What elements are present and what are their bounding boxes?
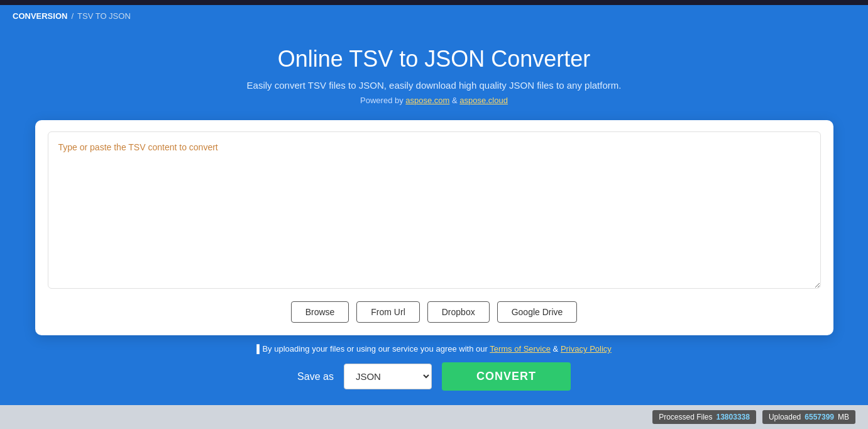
processed-files-badge: Processed Files 13803338	[652, 410, 756, 424]
terms-row: ▌By uploading your files or using our se…	[256, 344, 612, 354]
uploaded-unit: MB	[838, 413, 849, 421]
terms-of-service-link[interactable]: Terms of Service	[490, 344, 551, 354]
convert-row: Save as JSON XML CSV XLSX CONVERT	[297, 362, 571, 391]
powered-by-prefix: Powered by	[360, 96, 405, 105]
converter-card: Browse From Url Dropbox Google Drive	[35, 120, 833, 335]
breadcrumb-conversion-link[interactable]: CONVERSION	[13, 11, 67, 21]
aspose-com-link[interactable]: aspose.com	[405, 96, 449, 105]
main-content: Online TSV to JSON Converter Easily conv…	[0, 27, 868, 405]
privacy-policy-link[interactable]: Privacy Policy	[561, 344, 612, 354]
from-url-button[interactable]: From Url	[356, 301, 419, 323]
terms-amp: &	[551, 344, 561, 354]
save-as-label: Save as	[297, 371, 334, 382]
google-drive-button[interactable]: Google Drive	[497, 301, 578, 323]
tsv-input-textarea[interactable]	[48, 131, 821, 289]
breadcrumb-separator: /	[71, 11, 74, 21]
browse-button[interactable]: Browse	[291, 301, 349, 323]
powered-by-amp: &	[449, 96, 459, 105]
processed-files-label: Processed Files	[659, 413, 712, 421]
uploaded-badge: Uploaded 6557399 MB	[762, 410, 855, 424]
terms-prefix: ▌By uploading your files or using our se…	[256, 344, 490, 354]
dropbox-button[interactable]: Dropbox	[427, 301, 490, 323]
format-select[interactable]: JSON XML CSV XLSX	[344, 364, 432, 389]
top-bar	[0, 0, 868, 5]
aspose-cloud-link[interactable]: aspose.cloud	[459, 96, 508, 105]
page-subtitle: Easily convert TSV files to JSON, easily…	[247, 80, 622, 91]
file-buttons-row: Browse From Url Dropbox Google Drive	[48, 301, 821, 323]
convert-button[interactable]: CONVERT	[442, 362, 571, 391]
breadcrumb-current: TSV TO JSON	[77, 11, 131, 21]
powered-by: Powered by aspose.com & aspose.cloud	[360, 96, 508, 105]
processed-files-value: 13803338	[717, 413, 750, 421]
footer-bar: Processed Files 13803338 Uploaded 655739…	[0, 405, 868, 429]
uploaded-value: 6557399	[805, 413, 834, 421]
uploaded-label: Uploaded	[769, 413, 801, 421]
page-title: Online TSV to JSON Converter	[278, 46, 591, 72]
breadcrumb: CONVERSION / TSV TO JSON	[0, 5, 868, 27]
